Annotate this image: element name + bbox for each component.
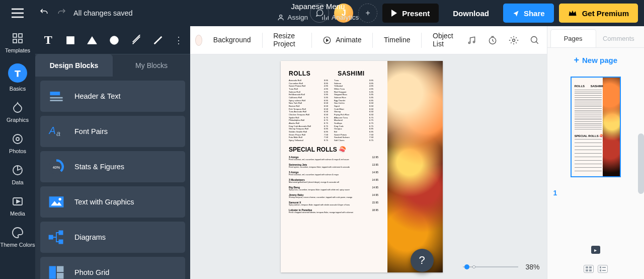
tab-pages[interactable]: Pages (550, 29, 596, 47)
thumb-sashimi-hdr: SASHIMI (591, 85, 603, 88)
animate-button[interactable]: Animate (323, 36, 361, 45)
shape-triangle-tool[interactable] (84, 31, 100, 50)
svg-rect-37 (602, 267, 606, 268)
timer-button[interactable] (486, 33, 500, 47)
rail-photos[interactable]: Photos (0, 127, 35, 158)
svg-point-5 (13, 134, 22, 144)
rail-graphics[interactable]: Graphics (0, 96, 35, 127)
rail-basics[interactable]: Basics (0, 57, 35, 96)
main-menu-button[interactable] (0, 0, 35, 26)
rail-data[interactable]: Data (0, 158, 35, 189)
music-button[interactable] (464, 33, 478, 47)
rail-media[interactable]: Media (0, 189, 35, 221)
card-header-text[interactable]: Header & Text (40, 81, 185, 112)
card-text-graphics[interactable]: Text with Graphics (40, 186, 185, 218)
svg-rect-18 (49, 196, 64, 207)
card-text-graphics-label: Text with Graphics (74, 198, 134, 206)
more-tools-button[interactable]: ⋮ (172, 35, 185, 46)
rail-templates-label: Templates (5, 47, 30, 53)
card-header-text-label: Header & Text (74, 92, 121, 100)
slideshow-icon[interactable]: ▸ (591, 246, 600, 254)
rail-data-label: Data (12, 179, 23, 185)
rail-templates[interactable]: Templates (0, 26, 35, 57)
page-thumbnail-1[interactable]: ROLLS SASHIMI SPECIAL ROLLS 🍣 (571, 77, 621, 177)
svg-point-31 (531, 36, 537, 42)
tab-my-blocks[interactable]: My Blocks (113, 54, 190, 77)
svg-point-0 (280, 15, 282, 18)
get-premium-button[interactable]: Get Premium (559, 4, 638, 23)
rail-theme-colors-label: Theme Colors (0, 242, 35, 248)
scrollbar[interactable] (638, 133, 644, 194)
svg-rect-11 (50, 92, 60, 95)
draw-tool[interactable] (150, 31, 166, 50)
tab-comments[interactable]: Comments (596, 29, 641, 47)
assign-label: Assign (288, 14, 308, 21)
sashimi-list: Tuna3.95Salmon3.95Yellowtail4.95White Tu… (334, 79, 373, 142)
download-button[interactable]: Download (444, 4, 498, 23)
animate-label: Animate (336, 36, 361, 44)
rolls-heading: ROLLS (289, 70, 310, 77)
svg-rect-35 (589, 269, 592, 271)
shape-circle-tool[interactable] (106, 31, 122, 50)
analytics-label: Analytics (332, 14, 359, 21)
new-page-button[interactable]: +New page (574, 55, 617, 65)
menu-photo (387, 61, 443, 272)
svg-rect-3 (13, 39, 17, 43)
analytics-button[interactable]: Analytics (321, 14, 359, 21)
rail-photos-label: Photos (9, 148, 26, 154)
svg-text:a: a (56, 129, 60, 137)
line-tool[interactable] (128, 31, 144, 50)
zoom-percent: 38% (525, 263, 539, 271)
svg-rect-23 (49, 266, 56, 278)
svg-rect-1 (13, 34, 17, 37)
zoom-slider[interactable] (463, 266, 518, 267)
add-collaborator-button[interactable]: + (358, 4, 377, 23)
redo-button[interactable] (57, 8, 66, 19)
rail-media-label: Media (10, 211, 25, 217)
card-font-pairs-label: Font Pairs (74, 127, 108, 135)
timeline-button[interactable]: Timeline (384, 36, 410, 44)
undo-button[interactable] (39, 8, 48, 19)
rail-graphics-label: Graphics (7, 117, 29, 123)
card-font-pairs[interactable]: Aa Font Pairs (40, 116, 185, 147)
card-diagrams[interactable]: Diagrams (40, 222, 185, 253)
premium-label: Get Premium (582, 9, 629, 18)
page-number: 1 (553, 189, 557, 197)
resize-project-button[interactable]: Resize Project (273, 32, 300, 48)
project-title[interactable]: Japanese Menu (277, 2, 359, 11)
svg-point-30 (512, 39, 515, 41)
rail-theme-colors[interactable]: Theme Colors (0, 221, 35, 252)
zoom-tool-button[interactable] (528, 33, 542, 47)
help-button[interactable]: ? (411, 249, 434, 272)
svg-rect-33 (589, 266, 592, 268)
thumb-rolls-hdr: ROLLS (575, 85, 585, 88)
shape-square-tool[interactable] (62, 31, 78, 50)
canvas-page[interactable]: ROLLS SASHIMI Avocado Roll3.95Cucumber R… (281, 61, 443, 272)
svg-rect-39 (602, 270, 606, 271)
share-button[interactable]: Share (503, 4, 554, 23)
card-stats-label: Stats & Figures (74, 163, 124, 171)
present-button[interactable]: Present (382, 4, 439, 23)
list-view-button[interactable] (598, 265, 608, 273)
svg-point-28 (473, 41, 474, 42)
svg-rect-21 (59, 231, 62, 234)
svg-text:40%: 40% (53, 165, 60, 170)
assign-button[interactable]: Assign (277, 14, 308, 21)
add-text-tool[interactable]: T (40, 31, 56, 50)
svg-rect-36 (600, 266, 601, 268)
sashimi-heading: SASHIMI (338, 70, 365, 77)
specials-list: 12.953 AmigoFried calamari, eel, cucumbe… (289, 156, 378, 214)
save-status: All changes saved (73, 9, 133, 17)
grid-view-button[interactable] (584, 265, 594, 273)
tab-design-blocks[interactable]: Design Blocks (35, 54, 113, 77)
background-button[interactable]: Background (213, 36, 251, 44)
svg-rect-4 (19, 39, 22, 43)
svg-point-6 (16, 137, 19, 141)
svg-rect-34 (586, 269, 588, 271)
svg-rect-12 (50, 97, 62, 99)
background-color-swatch[interactable] (195, 35, 202, 46)
object-list-button[interactable]: Object List (433, 32, 453, 48)
card-photo-grid[interactable]: Photo Grid (40, 257, 185, 279)
settings-button[interactable] (507, 33, 521, 47)
card-stats-figures[interactable]: 40% Stats & Figures (40, 151, 185, 182)
